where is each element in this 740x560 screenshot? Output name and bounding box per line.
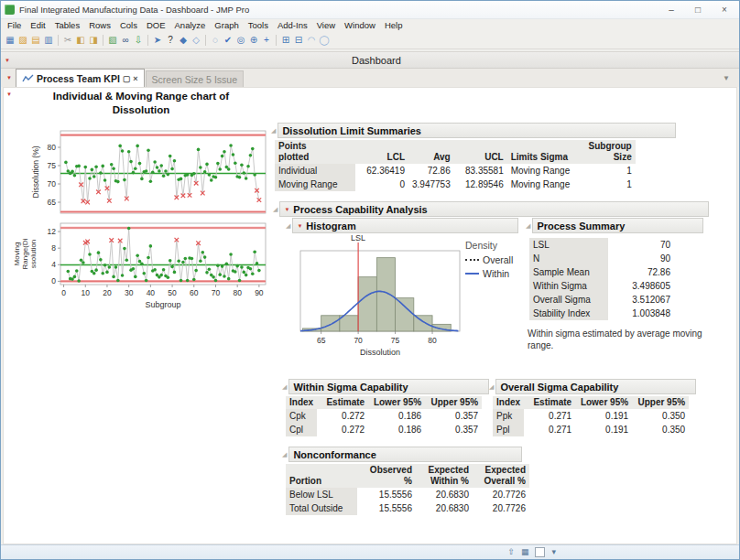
menu-tools[interactable]: Tools	[244, 19, 273, 32]
histogram-red-triangle-icon[interactable]: ▼	[297, 223, 302, 229]
cell: 3.498605	[608, 279, 674, 293]
crosshair-tool-icon[interactable]: +	[260, 34, 273, 47]
disclosure-icon[interactable]: ◢	[489, 383, 494, 391]
content-red-triangle-icon[interactable]: ▼	[6, 92, 12, 97]
menu-tables[interactable]: Tables	[50, 19, 84, 32]
disclosure-icon[interactable]: ◢	[286, 222, 290, 230]
close-button[interactable]: ×	[713, 2, 735, 18]
toolbar: ▦▨▤▥✂◧◨▧∞⇩➤?◆◇◌✔◎⊕+⊞⊟◠◯	[1, 32, 739, 49]
magnifier-tool-icon[interactable]: ⊕	[247, 34, 260, 47]
menu-edit[interactable]: Edit	[26, 19, 49, 32]
overall-capability-header: ◢ Overall Sigma Capability	[489, 379, 696, 394]
table-row: Cpk0.2720.1860.357	[286, 409, 482, 423]
tab-screen-size-5-issue[interactable]: Screen Size 5 Issue	[146, 70, 244, 87]
disclosure-icon[interactable]: ◢	[273, 206, 278, 213]
table-row: Ppl0.2710.1910.350	[493, 423, 689, 436]
help-tool-icon[interactable]: ?	[164, 34, 177, 47]
menu-window[interactable]: Window	[340, 19, 380, 32]
svg-text:ssolution: ssolution	[29, 240, 38, 269]
cut-icon[interactable]: ✂	[61, 34, 74, 47]
svg-text:65: 65	[317, 336, 326, 345]
save-icon[interactable]: ▥	[42, 34, 55, 47]
caret-down-icon[interactable]: ▾	[551, 546, 556, 558]
search-icon[interactable]: ∞	[119, 34, 132, 47]
menu-view[interactable]: View	[312, 19, 340, 32]
maximize-button[interactable]: □	[687, 2, 709, 18]
window-list-icon[interactable]: ⊞	[279, 34, 292, 47]
fit-to-window-icon[interactable]: ⇧	[507, 546, 515, 558]
new-data-table-icon[interactable]: ▦	[4, 34, 16, 47]
table-row: Sample Mean72.86	[529, 265, 674, 279]
cell: 0.191	[575, 423, 632, 436]
svg-text:80: 80	[428, 336, 437, 345]
table-row: Individual 62.36419 72.86 83.35581 Movin…	[275, 164, 636, 178]
table-row: N90	[529, 252, 674, 265]
data-table-icon[interactable]: ▦	[521, 546, 529, 558]
col-header: Index	[493, 396, 524, 409]
cell: 90	[608, 252, 674, 265]
menu-doe[interactable]: DOE	[142, 19, 170, 32]
cell: 0.350	[632, 409, 689, 423]
menu-cols[interactable]: Cols	[115, 19, 142, 32]
cell: 0.350	[632, 423, 689, 436]
tab-label: Screen Size 5 Issue	[152, 74, 237, 85]
svg-text:80: 80	[233, 288, 242, 297]
red-triangle-menu-icon[interactable]: ▼	[1, 58, 14, 63]
disclosure-icon[interactable]: ◢	[282, 383, 287, 391]
cell: Moving Range	[507, 164, 581, 178]
cell: 0.272	[317, 409, 368, 423]
grabber-tool-icon[interactable]: ◎	[234, 34, 247, 47]
menu-graph[interactable]: Graph	[210, 19, 243, 32]
window-glyph-icon[interactable]: ▢	[123, 74, 131, 83]
imr-control-chart[interactable]: 65707580048120102030405060708090Subgroup…	[7, 117, 275, 328]
back-icon[interactable]: ◆	[177, 34, 190, 47]
open-icon[interactable]: ▨	[16, 34, 29, 47]
row-label: Ppk	[493, 409, 524, 423]
col-header: LCL	[355, 140, 408, 164]
arrow-tool-icon[interactable]: ➤	[151, 34, 164, 47]
forward-icon[interactable]: ◇	[190, 34, 202, 47]
copy-icon[interactable]: ◧	[74, 34, 87, 47]
menu-help[interactable]: Help	[380, 19, 408, 32]
svg-text:75: 75	[391, 336, 400, 345]
tab-process-team-kpi[interactable]: Process Team KPI ▢ ×	[16, 69, 145, 87]
cell: 0.357	[425, 423, 482, 436]
svg-text:40: 40	[147, 288, 156, 297]
col-header: Limits Sigma	[507, 140, 581, 164]
import-icon[interactable]: ⇩	[132, 34, 145, 47]
cell: 72.86	[608, 265, 674, 279]
col-header: Expected Overall %	[473, 464, 529, 488]
menu-rows[interactable]: Rows	[84, 19, 115, 32]
overall-capability-table: IndexEstimateLower 95%Upper 95%Ppk0.2710…	[493, 396, 689, 436]
pca-red-triangle-icon[interactable]: ▼	[284, 207, 289, 212]
process-summary-table: LSL70N90Sample Mean72.86Within Sigma3.49…	[529, 238, 674, 320]
tab-list-caret-icon[interactable]: ▼	[723, 74, 730, 82]
open-recent-icon[interactable]: ▤	[29, 34, 42, 47]
paste-icon[interactable]: ◨	[87, 34, 100, 47]
menu-analyze[interactable]: Analyze	[170, 19, 211, 32]
menu-file[interactable]: File	[3, 19, 26, 32]
annotate-icon[interactable]: ◠	[305, 34, 318, 47]
tab-close-icon[interactable]: ×	[133, 74, 137, 83]
oval-annotation-icon[interactable]: ◯	[318, 34, 331, 47]
disclosure-icon[interactable]: ◢	[526, 222, 530, 230]
lasso-tool-icon[interactable]: ◌	[209, 34, 222, 47]
table-row: Within Sigma3.498605	[529, 279, 674, 293]
svg-text:50: 50	[168, 288, 177, 297]
menu-addins[interactable]: Add-Ins	[273, 19, 312, 32]
tab-red-triangle-icon[interactable]: ▼	[3, 75, 16, 81]
tile-windows-icon[interactable]: ⊟	[292, 34, 305, 47]
disclosure-icon[interactable]: ◢	[271, 127, 276, 135]
dissolution-histogram[interactable]: LSL65707580Dissolution	[289, 232, 473, 361]
minimize-button[interactable]: –	[660, 2, 682, 18]
checkbox-icon[interactable]	[535, 547, 545, 557]
journal-icon[interactable]: ▧	[106, 34, 119, 47]
disclosure-icon[interactable]: ◢	[282, 451, 287, 458]
within-capability-header: ◢ Within Sigma Capability	[282, 379, 489, 394]
cell: 1.003848	[608, 307, 674, 320]
imr-chart-title: Individual & Moving Range chart of Disso…	[13, 90, 269, 117]
brush-tool-icon[interactable]: ✔	[222, 34, 234, 47]
cell: 0.357	[425, 409, 482, 423]
table-header-row: PortionObserved %Expected Within %Expect…	[286, 464, 529, 488]
cell: 1	[581, 178, 636, 191]
